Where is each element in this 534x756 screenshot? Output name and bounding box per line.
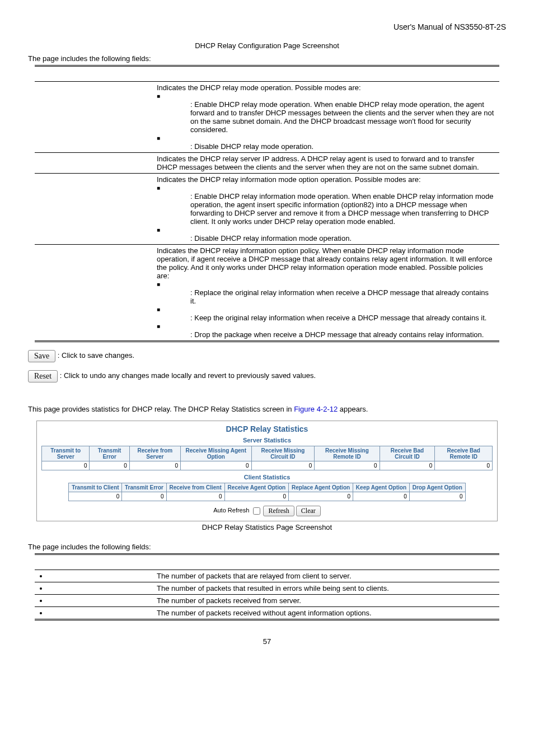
col-header: Receive from Client	[166, 483, 224, 492]
cell: 0	[69, 492, 122, 501]
bullet-text: : Disable DHCP relay information mode op…	[157, 234, 496, 242]
cell: 0	[409, 492, 465, 501]
cell: 0	[315, 461, 380, 470]
desc-intro: Indicates the DHCP relay information mod…	[157, 175, 421, 184]
bullet-icon	[48, 596, 150, 605]
cell: 0	[435, 461, 493, 470]
cell: 0	[224, 492, 288, 501]
stats-screenshot: DHCP Relay Statistics Server Statistics …	[36, 421, 498, 521]
cell: 0	[289, 492, 353, 501]
bullet-text: : Disable DHCP relay mode operation.	[157, 142, 496, 151]
col-header: Replace Agent Option	[289, 483, 353, 492]
col-header: Receive Bad Circuit ID	[380, 446, 435, 461]
figure-caption-2: DHCP Relay Statistics Page Screenshot	[28, 523, 506, 531]
cell: 0	[129, 461, 180, 470]
row-desc: The number of packets received from serv…	[153, 595, 499, 607]
stats-intro: This page provides statistics for DHCP r…	[28, 405, 506, 413]
page-header: User's Manual of NS3550-8T-2S	[28, 22, 506, 31]
col-header: Keep Agent Option	[353, 483, 410, 492]
clear-button[interactable]: Clear	[296, 506, 321, 516]
reset-button[interactable]: Reset	[28, 370, 58, 382]
auto-refresh-checkbox[interactable]	[253, 507, 260, 515]
col-header: Receive Bad Remote ID	[435, 446, 493, 461]
row-relay-info-mode: Indicates the DHCP relay information mod…	[153, 174, 499, 245]
bullet-text: : Keep the original relay information wh…	[157, 314, 496, 322]
col-header: Transmit Error	[90, 446, 129, 461]
row-desc: The number of packets received without a…	[153, 607, 499, 620]
intro-text-2: The page includes the following fields:	[28, 543, 506, 551]
client-stats-table: Transmit to Client Transmit Error Receiv…	[68, 483, 465, 501]
row-relay-mode: Indicates the DHCP relay mode operation.…	[153, 82, 499, 153]
save-desc: : Click to save changes.	[58, 351, 134, 360]
bullet-icon	[48, 572, 150, 580]
figure-link[interactable]: Figure 4-2-12	[294, 405, 338, 413]
cell: 0	[380, 461, 435, 470]
bullet-icon	[48, 584, 150, 592]
col-header: Receive Missing Agent Option	[180, 446, 251, 461]
save-button[interactable]: Save	[28, 350, 55, 362]
cell: 0	[180, 461, 251, 470]
col-header: Transmit to Client	[69, 483, 122, 492]
bullet-text: : Enable DHCP relay mode operation. When…	[157, 100, 496, 134]
cell: 0	[166, 492, 224, 501]
cell: 0	[42, 461, 90, 470]
fields-table-2: The number of packets that are relayed f…	[35, 553, 499, 620]
col-header: Receive Missing Remote ID	[315, 446, 380, 461]
col-header: Transmit to Server	[42, 446, 90, 461]
stats-title: DHCP Relay Statistics	[41, 424, 493, 433]
cell: 0	[90, 461, 129, 470]
col-header: Transmit Error	[122, 483, 166, 492]
figure-caption-1: DHCP Relay Configuration Page Screenshot	[28, 41, 506, 50]
col-header: Receive Agent Option	[224, 483, 288, 492]
col-header: Receive Missing Circuit ID	[251, 446, 315, 461]
auto-refresh-label: Auto Refresh	[213, 507, 249, 514]
bullet-text: : Replace the original relay information…	[157, 288, 496, 305]
cell: 0	[122, 492, 166, 501]
desc-intro: Indicates the DHCP relay mode operation.…	[157, 83, 361, 92]
row-relay-server: Indicates the DHCP relay server IP addre…	[153, 153, 499, 174]
intro-text-1: The page includes the following fields:	[28, 54, 506, 63]
fields-table-1: Indicates the DHCP relay mode operation.…	[35, 65, 499, 342]
cell: 0	[251, 461, 315, 470]
row-relay-info-policy: Indicates the DHCP relay information opt…	[153, 245, 499, 342]
server-stats-subtitle: Server Statistics	[41, 437, 493, 444]
desc-intro: Indicates the DHCP relay information opt…	[157, 246, 493, 280]
col-header: Receive from Server	[129, 446, 180, 461]
server-stats-table: Transmit to Server Transmit Error Receiv…	[41, 446, 493, 470]
client-stats-subtitle: Client Statistics	[41, 474, 493, 480]
cell: 0	[353, 492, 410, 501]
bullet-icon	[48, 609, 150, 617]
row-desc: The number of packets that are relayed f…	[153, 570, 499, 582]
col-header: Drop Agent Option	[409, 483, 465, 492]
refresh-button[interactable]: Refresh	[263, 506, 294, 516]
bullet-text: : Drop the package when receive a DHCP m…	[157, 330, 496, 339]
bullet-text: : Enable DHCP relay information mode ope…	[157, 192, 496, 226]
page-number: 57	[28, 637, 506, 646]
reset-desc: : Click to undo any changes made locally…	[60, 371, 316, 380]
row-desc: The number of packets that resulted in e…	[153, 582, 499, 595]
